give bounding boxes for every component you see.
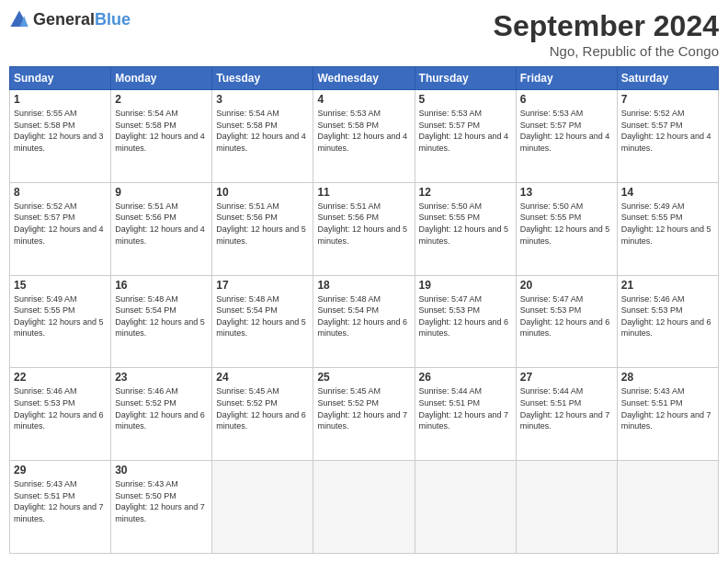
title-block: September 2024 Ngo, Republic of the Cong… xyxy=(494,9,719,59)
day-number: 30 xyxy=(115,464,208,477)
day-number: 9 xyxy=(115,186,208,199)
calendar-week-row: 1Sunrise: 5:55 AMSunset: 5:58 PMDaylight… xyxy=(10,90,719,183)
logo-general: General xyxy=(33,10,95,29)
day-number: 16 xyxy=(115,279,208,292)
day-number: 18 xyxy=(317,279,410,292)
day-number: 29 xyxy=(14,464,107,477)
calendar-cell: 27Sunrise: 5:44 AMSunset: 5:51 PMDayligh… xyxy=(516,368,617,461)
day-number: 19 xyxy=(419,279,512,292)
day-number: 2 xyxy=(115,93,208,106)
calendar-week-row: 22Sunrise: 5:46 AMSunset: 5:53 PMDayligh… xyxy=(10,368,719,461)
calendar-cell: 3Sunrise: 5:54 AMSunset: 5:58 PMDaylight… xyxy=(212,90,313,183)
day-number: 8 xyxy=(14,186,107,199)
weekday-header-row: SundayMondayTuesdayWednesdayThursdayFrid… xyxy=(10,67,719,90)
day-number: 27 xyxy=(520,371,613,384)
day-info: Sunrise: 5:44 AMSunset: 5:51 PMDaylight:… xyxy=(520,385,613,431)
calendar-cell: 11Sunrise: 5:51 AMSunset: 5:56 PMDayligh… xyxy=(313,182,415,275)
calendar-cell: 12Sunrise: 5:50 AMSunset: 5:55 PMDayligh… xyxy=(415,182,516,275)
day-number: 25 xyxy=(317,371,410,384)
calendar-cell: 2Sunrise: 5:54 AMSunset: 5:58 PMDaylight… xyxy=(111,90,212,183)
calendar-container: GeneralBlue September 2024 Ngo, Republic… xyxy=(0,0,728,563)
day-number: 15 xyxy=(14,279,107,292)
day-info: Sunrise: 5:46 AMSunset: 5:53 PMDaylight:… xyxy=(621,293,714,339)
calendar-cell: 9Sunrise: 5:51 AMSunset: 5:56 PMDaylight… xyxy=(111,182,212,275)
day-info: Sunrise: 5:52 AMSunset: 5:57 PMDaylight:… xyxy=(621,108,714,154)
day-info: Sunrise: 5:48 AMSunset: 5:54 PMDaylight:… xyxy=(216,293,309,339)
day-info: Sunrise: 5:48 AMSunset: 5:54 PMDaylight:… xyxy=(317,293,410,339)
day-info: Sunrise: 5:46 AMSunset: 5:52 PMDaylight:… xyxy=(115,385,208,431)
header-row: GeneralBlue September 2024 Ngo, Republic… xyxy=(9,9,719,59)
day-info: Sunrise: 5:46 AMSunset: 5:53 PMDaylight:… xyxy=(14,385,107,431)
calendar-cell: 21Sunrise: 5:46 AMSunset: 5:53 PMDayligh… xyxy=(617,275,718,368)
day-info: Sunrise: 5:50 AMSunset: 5:55 PMDaylight:… xyxy=(520,201,613,247)
day-number: 3 xyxy=(216,93,309,106)
logo-blue: Blue xyxy=(95,10,131,29)
day-number: 23 xyxy=(115,371,208,384)
day-number: 14 xyxy=(621,186,714,199)
day-number: 6 xyxy=(520,93,613,106)
calendar-cell: 17Sunrise: 5:48 AMSunset: 5:54 PMDayligh… xyxy=(212,275,313,368)
calendar-cell: 4Sunrise: 5:53 AMSunset: 5:58 PMDaylight… xyxy=(313,90,415,183)
weekday-header-monday: Monday xyxy=(111,67,212,90)
calendar-cell: 26Sunrise: 5:44 AMSunset: 5:51 PMDayligh… xyxy=(415,368,516,461)
day-info: Sunrise: 5:44 AMSunset: 5:51 PMDaylight:… xyxy=(419,385,512,431)
weekday-header-wednesday: Wednesday xyxy=(313,67,415,90)
day-info: Sunrise: 5:43 AMSunset: 5:51 PMDaylight:… xyxy=(621,385,714,431)
day-info: Sunrise: 5:49 AMSunset: 5:55 PMDaylight:… xyxy=(621,201,714,247)
day-number: 13 xyxy=(520,186,613,199)
logo: GeneralBlue xyxy=(9,9,131,29)
day-info: Sunrise: 5:48 AMSunset: 5:54 PMDaylight:… xyxy=(115,293,208,339)
calendar-cell: 28Sunrise: 5:43 AMSunset: 5:51 PMDayligh… xyxy=(617,368,718,461)
calendar-week-row: 15Sunrise: 5:49 AMSunset: 5:55 PMDayligh… xyxy=(10,275,719,368)
calendar-cell: 23Sunrise: 5:46 AMSunset: 5:52 PMDayligh… xyxy=(111,368,212,461)
day-number: 12 xyxy=(419,186,512,199)
day-info: Sunrise: 5:52 AMSunset: 5:57 PMDaylight:… xyxy=(14,201,107,247)
calendar-cell: 15Sunrise: 5:49 AMSunset: 5:55 PMDayligh… xyxy=(10,275,111,368)
day-info: Sunrise: 5:53 AMSunset: 5:57 PMDaylight:… xyxy=(520,108,613,154)
day-info: Sunrise: 5:49 AMSunset: 5:55 PMDaylight:… xyxy=(14,293,107,339)
day-info: Sunrise: 5:47 AMSunset: 5:53 PMDaylight:… xyxy=(419,293,512,339)
weekday-header-friday: Friday xyxy=(516,67,617,90)
calendar-cell: 25Sunrise: 5:45 AMSunset: 5:52 PMDayligh… xyxy=(313,368,415,461)
calendar-cell: 22Sunrise: 5:46 AMSunset: 5:53 PMDayligh… xyxy=(10,368,111,461)
day-number: 11 xyxy=(317,186,410,199)
logo-icon xyxy=(9,9,29,29)
weekday-header-saturday: Saturday xyxy=(617,67,718,90)
day-info: Sunrise: 5:43 AMSunset: 5:50 PMDaylight:… xyxy=(115,478,208,524)
day-number: 17 xyxy=(216,279,309,292)
calendar-cell: 30Sunrise: 5:43 AMSunset: 5:50 PMDayligh… xyxy=(111,461,212,554)
day-number: 22 xyxy=(14,371,107,384)
calendar-cell xyxy=(313,461,415,554)
day-info: Sunrise: 5:47 AMSunset: 5:53 PMDaylight:… xyxy=(520,293,613,339)
weekday-header-thursday: Thursday xyxy=(415,67,516,90)
day-number: 24 xyxy=(216,371,309,384)
calendar-week-row: 8Sunrise: 5:52 AMSunset: 5:57 PMDaylight… xyxy=(10,182,719,275)
calendar-cell xyxy=(415,461,516,554)
location-title: Ngo, Republic of the Congo xyxy=(494,43,719,59)
calendar-table: SundayMondayTuesdayWednesdayThursdayFrid… xyxy=(9,66,719,554)
calendar-cell: 7Sunrise: 5:52 AMSunset: 5:57 PMDaylight… xyxy=(617,90,718,183)
day-info: Sunrise: 5:53 AMSunset: 5:57 PMDaylight:… xyxy=(419,108,512,154)
calendar-cell xyxy=(516,461,617,554)
calendar-cell: 13Sunrise: 5:50 AMSunset: 5:55 PMDayligh… xyxy=(516,182,617,275)
day-number: 21 xyxy=(621,279,714,292)
calendar-cell: 8Sunrise: 5:52 AMSunset: 5:57 PMDaylight… xyxy=(10,182,111,275)
day-info: Sunrise: 5:45 AMSunset: 5:52 PMDaylight:… xyxy=(216,385,309,431)
day-number: 10 xyxy=(216,186,309,199)
calendar-cell: 14Sunrise: 5:49 AMSunset: 5:55 PMDayligh… xyxy=(617,182,718,275)
day-info: Sunrise: 5:55 AMSunset: 5:58 PMDaylight:… xyxy=(14,108,107,154)
day-info: Sunrise: 5:45 AMSunset: 5:52 PMDaylight:… xyxy=(317,385,410,431)
calendar-cell: 20Sunrise: 5:47 AMSunset: 5:53 PMDayligh… xyxy=(516,275,617,368)
day-number: 7 xyxy=(621,93,714,106)
day-number: 5 xyxy=(419,93,512,106)
calendar-cell: 29Sunrise: 5:43 AMSunset: 5:51 PMDayligh… xyxy=(10,461,111,554)
calendar-cell: 24Sunrise: 5:45 AMSunset: 5:52 PMDayligh… xyxy=(212,368,313,461)
day-info: Sunrise: 5:51 AMSunset: 5:56 PMDaylight:… xyxy=(115,201,208,247)
calendar-cell: 18Sunrise: 5:48 AMSunset: 5:54 PMDayligh… xyxy=(313,275,415,368)
calendar-cell: 10Sunrise: 5:51 AMSunset: 5:56 PMDayligh… xyxy=(212,182,313,275)
day-info: Sunrise: 5:51 AMSunset: 5:56 PMDaylight:… xyxy=(317,201,410,247)
day-number: 28 xyxy=(621,371,714,384)
weekday-header-tuesday: Tuesday xyxy=(212,67,313,90)
calendar-week-row: 29Sunrise: 5:43 AMSunset: 5:51 PMDayligh… xyxy=(10,461,719,554)
day-info: Sunrise: 5:54 AMSunset: 5:58 PMDaylight:… xyxy=(216,108,309,154)
